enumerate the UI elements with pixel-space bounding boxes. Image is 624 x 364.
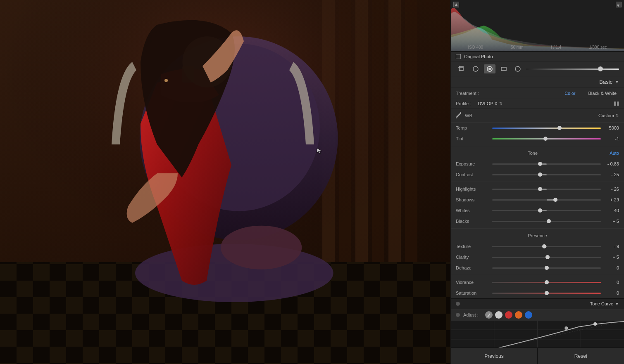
eyedropper-tool[interactable]	[456, 111, 462, 120]
tool-circle[interactable]	[512, 64, 524, 73]
curve-icon-orange[interactable]	[515, 311, 522, 319]
treatment-label: Treatment :	[456, 91, 485, 96]
blacks-label: Blacks	[456, 219, 489, 224]
blacks-slider[interactable]	[492, 221, 601, 222]
svg-point-41	[593, 322, 597, 326]
svg-point-31	[456, 117, 457, 118]
temp-label: Temp	[456, 125, 489, 130]
tone-row: Tone Auto	[451, 148, 624, 158]
tone-curve-title: Tone Curve	[463, 301, 613, 306]
meta-iso: ISO 400	[468, 45, 483, 50]
vibrance-row: Vibrance 0	[451, 277, 624, 288]
exposure-value: - 0.83	[604, 161, 619, 166]
tint-value: -1	[604, 136, 619, 141]
whites-label: Whites	[456, 208, 489, 213]
shadows-row: Shadows + 29	[451, 194, 624, 205]
tool-slider-row[interactable]	[526, 69, 619, 70]
clarity-label: Clarity	[456, 255, 489, 260]
wb-value[interactable]: Custom ⇅	[598, 113, 619, 118]
contrast-slider[interactable]	[492, 174, 601, 175]
exposure-slider[interactable]	[492, 163, 601, 165]
dehaze-slider[interactable]	[492, 267, 601, 269]
presence-header: Presence	[451, 230, 624, 241]
tool-icons-row	[451, 62, 624, 76]
treatment-color[interactable]: Color	[562, 90, 578, 97]
tone-curve-graph[interactable]	[451, 321, 624, 347]
reset-button[interactable]: Reset	[538, 348, 624, 364]
tool-crop[interactable]	[456, 64, 467, 73]
section-arrow-basic: ▼	[615, 80, 619, 84]
original-photo-label: Original Photo	[464, 54, 493, 59]
treatment-bw[interactable]: Black & White	[586, 90, 619, 97]
temp-slider[interactable]	[492, 128, 601, 129]
clarity-slider[interactable]	[492, 257, 601, 258]
profile-value[interactable]: DVLOP X ⇅	[478, 101, 503, 106]
svg-rect-29	[501, 67, 506, 71]
tone-curve-header[interactable]: Tone Curve ▼	[451, 298, 624, 309]
section-header-basic[interactable]: Basic ▼	[451, 76, 624, 88]
auto-button[interactable]: Auto	[610, 151, 619, 156]
highlights-row: Highlights - 26	[451, 184, 624, 194]
contrast-label: Contrast	[456, 172, 489, 177]
dehaze-row: Dehaze 0	[451, 262, 624, 273]
contrast-value: - 25	[604, 172, 619, 177]
tint-label: Tint	[456, 136, 489, 141]
section-title-basic: Basic	[599, 79, 612, 85]
histogram-area: ISO 400 50 mm f / 1.4 1/800 sec	[451, 0, 624, 52]
adjust-toggle[interactable]	[456, 313, 460, 317]
curve-icon-blue[interactable]	[525, 311, 532, 319]
tool-spot-remove[interactable]	[470, 64, 481, 73]
exposure-label: Exposure	[456, 161, 489, 166]
profile-label: Profile :	[456, 101, 471, 106]
meta-aperture: f / 1.4	[551, 45, 561, 50]
texture-slider[interactable]	[492, 246, 601, 247]
bottom-buttons: Previous Reset	[451, 347, 624, 364]
shadows-label: Shadows	[456, 197, 489, 202]
wb-label: WB :	[465, 113, 475, 118]
adjust-row: Adjust :	[451, 309, 624, 321]
whites-slider[interactable]	[492, 210, 601, 211]
blacks-value: + 5	[604, 219, 619, 224]
tone-label: Tone	[456, 151, 610, 156]
curve-icon-red[interactable]	[505, 311, 512, 319]
curve-icon-white[interactable]	[495, 311, 503, 319]
treatment-row: Treatment : Color Black & White	[451, 88, 624, 99]
original-photo-checkbox[interactable]	[456, 54, 461, 59]
profile-grid-icon[interactable]	[614, 102, 619, 106]
tool-rectangle[interactable]	[498, 64, 510, 73]
previous-button[interactable]: Previous	[451, 348, 538, 364]
right-panel: ISO 400 50 mm f / 1.4 1/800 sec Original…	[450, 0, 624, 364]
wb-row: WB : Custom ⇅	[451, 109, 624, 123]
vibrance-slider[interactable]	[492, 282, 601, 283]
histogram-clipping-right[interactable]	[616, 2, 622, 7]
whites-row: Whites - 40	[451, 205, 624, 216]
adjust-icons	[485, 311, 532, 319]
svg-point-17	[221, 226, 302, 269]
shadows-slider[interactable]	[492, 199, 601, 201]
svg-marker-22	[617, 5, 619, 7]
saturation-label: Saturation	[456, 291, 489, 295]
blacks-row: Blacks + 5	[451, 216, 624, 227]
contrast-row: Contrast - 25	[451, 169, 624, 180]
shadows-value: + 29	[604, 197, 619, 202]
vibrance-value: 0	[604, 280, 619, 285]
histogram-clipping-left[interactable]	[453, 2, 459, 7]
texture-row: Texture - 9	[451, 241, 624, 252]
tone-curve-toggle[interactable]	[456, 302, 460, 306]
tool-circle-active[interactable]	[484, 64, 495, 73]
photo-area	[0, 0, 450, 364]
original-photo-row[interactable]: Original Photo	[451, 52, 624, 62]
svg-point-26	[473, 66, 478, 71]
meta-shutter: 1/800 sec	[589, 45, 607, 50]
tint-row: Tint -1	[451, 133, 624, 144]
adjust-label: Adjust :	[463, 312, 479, 317]
panel-scroll[interactable]: Basic ▼ Treatment : Color Black & White …	[451, 76, 624, 347]
tone-curve-arrow: ▼	[615, 302, 619, 306]
tint-slider[interactable]	[492, 138, 601, 139]
svg-point-40	[564, 326, 568, 330]
texture-label: Texture	[456, 244, 489, 249]
curve-icon-pencil[interactable]	[485, 311, 493, 319]
dehaze-label: Dehaze	[456, 265, 489, 270]
saturation-slider[interactable]	[492, 293, 601, 294]
highlights-slider[interactable]	[492, 189, 601, 190]
